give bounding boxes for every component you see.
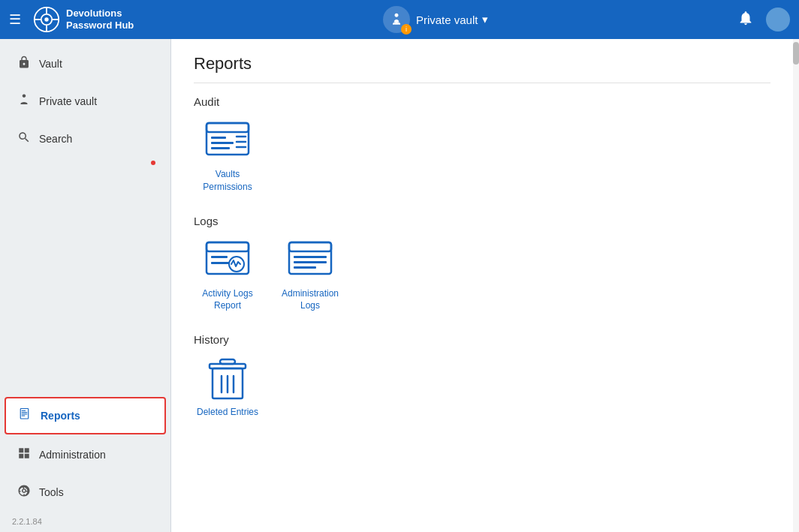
svg-rect-10	[22, 413, 28, 414]
bell-icon[interactable]	[737, 10, 754, 30]
menu-icon[interactable]: ☰	[9, 11, 21, 28]
search-sidebar-icon	[17, 131, 32, 147]
administration-sidebar-icon	[17, 446, 32, 463]
sidebar-spacer	[0, 158, 170, 395]
sidebar-item-tools[interactable]: Tools	[5, 475, 166, 509]
audit-section: Audit	[194, 95, 770, 194]
vault-label: Private vault	[416, 14, 478, 26]
sidebar-administration-label: Administration	[39, 449, 106, 461]
vaults-permissions-label: Vaults Permissions	[194, 168, 261, 194]
page-title: Reports	[194, 54, 770, 83]
vault-sidebar-icon	[17, 56, 32, 72]
sidebar-reports-label: Reports	[41, 410, 80, 422]
history-section: History	[194, 333, 770, 419]
content-inner: Reports Audit	[171, 39, 793, 462]
admin-logs-icon	[286, 239, 334, 281]
svg-rect-9	[22, 412, 28, 413]
header-center: i Private vault ▾	[134, 6, 737, 33]
content-area: Reports Audit	[171, 39, 793, 532]
sidebar-tools-label: Tools	[39, 486, 64, 498]
sidebar-private-vault-label: Private vault	[39, 95, 97, 107]
vaults-permissions-icon	[204, 120, 252, 162]
svg-rect-22	[211, 256, 228, 258]
logo-icon	[33, 6, 60, 33]
admin-logs-label: Administration Logs	[276, 287, 344, 313]
vault-icon: i	[383, 6, 410, 33]
sidebar-item-reports[interactable]: Reports	[5, 397, 166, 434]
history-items-row: Deleted Entries	[194, 358, 770, 419]
svg-rect-27	[294, 256, 327, 258]
activity-logs-label: Activity Logs Report	[194, 287, 261, 313]
svg-rect-13	[207, 123, 249, 132]
chevron-down-icon: ▾	[482, 13, 488, 26]
svg-rect-16	[211, 147, 230, 149]
logs-section: Logs	[194, 215, 770, 313]
deleted-entries-item[interactable]: Deleted Entries	[194, 358, 261, 419]
deleted-entries-label: Deleted Entries	[197, 406, 258, 419]
red-dot-indicator	[151, 161, 155, 165]
vault-selector[interactable]: Private vault ▾	[416, 13, 489, 26]
version-label: 2.2.1.84	[0, 511, 170, 532]
header: ☰ Devolutions Password Hub i	[0, 0, 799, 39]
logo-area: Devolutions Password Hub	[33, 6, 134, 33]
header-right	[737, 8, 790, 32]
svg-rect-8	[22, 410, 26, 411]
reports-sidebar-icon	[18, 407, 33, 424]
tools-sidebar-icon	[17, 484, 32, 500]
sidebar: Vault Private vault Search	[0, 39, 171, 532]
activity-logs-item[interactable]: Activity Logs Report	[194, 239, 261, 313]
avatar[interactable]	[766, 8, 790, 32]
svg-rect-15	[211, 142, 234, 144]
sidebar-vault-label: Vault	[39, 58, 62, 70]
activity-logs-icon	[204, 239, 252, 281]
scrollbar-thumb[interactable]	[793, 42, 799, 65]
svg-rect-26	[289, 242, 331, 251]
scrollbar[interactable]	[793, 39, 799, 532]
svg-rect-21	[207, 242, 249, 251]
admin-logs-item[interactable]: Administration Logs	[276, 239, 344, 313]
svg-rect-32	[220, 359, 235, 364]
private-vault-sidebar-icon	[17, 93, 32, 110]
sidebar-search-label: Search	[39, 133, 72, 145]
audit-section-title: Audit	[194, 95, 770, 108]
svg-rect-29	[294, 266, 316, 269]
vaults-permissions-item[interactable]: Vaults Permissions	[194, 120, 261, 194]
deleted-entries-icon	[204, 358, 252, 400]
svg-point-6	[44, 17, 48, 21]
sidebar-item-administration[interactable]: Administration	[5, 437, 166, 472]
sidebar-item-private-vault[interactable]: Private vault	[5, 84, 166, 119]
svg-rect-11	[22, 416, 26, 416]
logs-items-row: Activity Logs Report	[194, 239, 770, 313]
vault-badge: i	[401, 24, 412, 35]
logs-section-title: Logs	[194, 215, 770, 227]
main-layout: Vault Private vault Search	[0, 39, 799, 532]
logo-text: Devolutions Password Hub	[66, 8, 134, 31]
svg-rect-14	[211, 137, 226, 139]
sidebar-item-search[interactable]: Search	[5, 122, 166, 156]
audit-items-row: Vaults Permissions	[194, 120, 770, 194]
svg-rect-28	[294, 261, 327, 263]
header-left: ☰ Devolutions Password Hub	[9, 6, 134, 33]
sidebar-item-vault[interactable]: Vault	[5, 47, 166, 81]
history-section-title: History	[194, 333, 770, 346]
